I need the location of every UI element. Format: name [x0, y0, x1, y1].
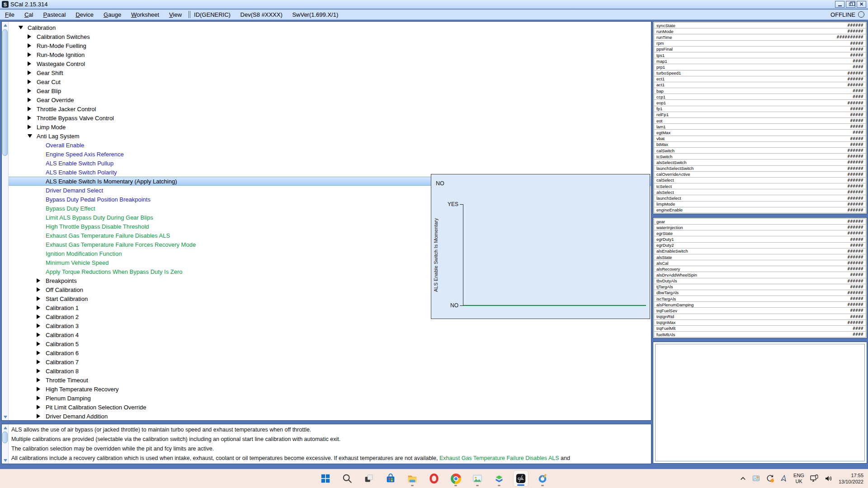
watch-row[interactable]: waterInjection ######: [654, 225, 866, 230]
paint-button[interactable]: [535, 470, 550, 487]
watch-row[interactable]: fp1 #####: [654, 106, 866, 112]
watch-row[interactable]: egtMax ####: [654, 130, 866, 136]
watch-row[interactable]: egrState ######: [654, 230, 866, 236]
watch-row[interactable]: alsPlenumDamping ######: [654, 302, 866, 308]
watch-row[interactable]: vbat #####: [654, 136, 866, 142]
tree-expand-icon[interactable]: [37, 278, 46, 283]
tray-sync-icon[interactable]: [766, 474, 774, 483]
tree-expand-icon[interactable]: [37, 342, 46, 346]
volume-icon[interactable]: [824, 474, 833, 483]
description-scrollbar[interactable]: [2, 424, 9, 464]
watch-row[interactable]: trqFuelMlt ####: [654, 326, 866, 332]
watch-row[interactable]: limpMode ######: [654, 202, 866, 207]
tree-expand-icon[interactable]: [37, 360, 46, 364]
tree-item[interactable]: Overall Enable: [9, 141, 651, 150]
tree-expand-icon[interactable]: [37, 387, 46, 391]
tree-expand-icon[interactable]: [28, 116, 37, 120]
language-indicator[interactable]: ENG UK: [793, 473, 804, 484]
watch-row[interactable]: eot #####: [654, 118, 866, 124]
close-button[interactable]: ✕: [857, 1, 866, 8]
tree-item[interactable]: Throttle Jacker Control: [9, 104, 651, 113]
description-scrollbar-thumb[interactable]: [2, 432, 8, 443]
watch-row[interactable]: syncState ######: [654, 23, 866, 28]
restore-button[interactable]: [846, 1, 855, 8]
tree-expand-icon[interactable]: [37, 405, 46, 409]
tree-item[interactable]: Wastegate Control: [9, 59, 651, 68]
watch-row[interactable]: btMax #####: [654, 142, 866, 148]
watch-row[interactable]: tps1 #####: [654, 52, 866, 58]
minimize-button[interactable]: [835, 1, 844, 8]
tree-expand-icon[interactable]: [37, 378, 46, 382]
microsoft-store-button[interactable]: [383, 470, 398, 487]
menu-item[interactable]: Gauge: [99, 11, 126, 18]
tree-item[interactable]: Calibration 4: [9, 330, 651, 339]
watch-row[interactable]: ect1 ######: [654, 76, 866, 82]
menu-item[interactable]: Device: [71, 11, 99, 18]
tree-item[interactable]: Gear Override: [9, 95, 651, 104]
watch-row[interactable]: rpm #####: [654, 41, 866, 47]
scroll-up-icon[interactable]: [2, 22, 9, 28]
watch-row[interactable]: calSelect ######: [654, 178, 866, 183]
tree-scrollbar-thumb[interactable]: [2, 29, 8, 156]
watch-row[interactable]: launchSelectSwitch ######: [654, 166, 866, 172]
watch-row[interactable]: trqIgnMax ######: [654, 320, 866, 326]
watch-row[interactable]: tcSelect ######: [654, 183, 866, 189]
tree-item[interactable]: Plenum Damping: [9, 394, 651, 403]
tree-item[interactable]: Calibration 6: [9, 348, 651, 357]
tray-location-icon[interactable]: [780, 474, 788, 483]
tree-expand-icon[interactable]: [37, 351, 46, 355]
watch-row[interactable]: tbvDutyAls ######: [654, 278, 866, 284]
menu-item[interactable]: Worksheet: [126, 11, 164, 18]
watch-row[interactable]: alsCal ######: [654, 260, 866, 266]
tree-expand-icon[interactable]: [28, 70, 37, 75]
tree-item[interactable]: Calibration: [9, 23, 651, 32]
scroll-up-icon[interactable]: [2, 424, 9, 431]
tray-chevron-up-icon[interactable]: [739, 475, 747, 483]
start-button[interactable]: [318, 470, 333, 487]
watch-row[interactable]: relFp1 #####: [654, 112, 866, 118]
tree-expand-icon[interactable]: [37, 396, 46, 400]
watch-row[interactable]: fuelMltAls ####: [654, 332, 866, 337]
tree-item[interactable]: Gear Cut: [9, 77, 651, 86]
watch-row[interactable]: trqIgnRtd #####: [654, 314, 866, 320]
watch-row[interactable]: bap ####: [654, 88, 866, 94]
tree-item[interactable]: High Temperature Recovery: [9, 385, 651, 394]
tree-expand-icon[interactable]: [37, 287, 46, 292]
tree-expand-icon[interactable]: [28, 89, 37, 93]
tree-item[interactable]: Driver Demand Addition: [9, 412, 651, 421]
tree-expand-icon[interactable]: [28, 125, 37, 129]
watch-row[interactable]: trqFuelSev #####: [654, 308, 866, 314]
photos-button[interactable]: [470, 470, 485, 487]
scroll-down-icon[interactable]: [2, 457, 9, 464]
watch-row[interactable]: alsDrvAddWheelSpin #####: [654, 272, 866, 278]
watch-row[interactable]: egrDuty1 #####: [654, 236, 866, 242]
parameter-link[interactable]: Exhaust Gas Temperature Failure Disables…: [439, 455, 559, 461]
tree-item[interactable]: Calibration 3: [9, 321, 651, 330]
tree-item[interactable]: Run-Mode Ignition: [9, 50, 651, 59]
tree-expand-icon[interactable]: [37, 369, 46, 373]
menu-item[interactable]: Cal: [19, 11, 38, 18]
tree-item[interactable]: Pit Limit Calibration Selection Override: [9, 403, 651, 412]
watch-row[interactable]: dbwTargAls ######: [654, 290, 866, 296]
watch-row[interactable]: gear ######: [654, 219, 866, 225]
network-icon[interactable]: [810, 474, 819, 483]
tree-item[interactable]: Engine Speed Axis Reference: [9, 150, 651, 159]
bluestacks-button[interactable]: [491, 470, 507, 487]
tree-item[interactable]: Throttle Timeout: [9, 375, 651, 385]
watch-row[interactable]: tjTargAls #####: [654, 284, 866, 290]
menu-item[interactable]: Pastecal: [38, 11, 71, 18]
tree-expand-icon[interactable]: [28, 107, 37, 111]
tree-expand-icon[interactable]: [37, 296, 46, 301]
tree-expand-icon[interactable]: [28, 98, 37, 102]
watch-row[interactable]: alsRecovery ######: [654, 266, 866, 272]
opera-button[interactable]: [426, 470, 442, 487]
watch-row[interactable]: ppsFinal #####: [654, 47, 866, 52]
watch-row[interactable]: alsEnableSwitch ######: [654, 249, 866, 254]
tree-item[interactable]: Run-Mode Fuelling: [9, 41, 651, 50]
tree-item[interactable]: Calibration Switches: [9, 32, 651, 41]
menu-item[interactable]: View: [164, 11, 187, 18]
watch-row[interactable]: act1 ######: [654, 82, 866, 88]
taskbar-search-button[interactable]: [340, 470, 355, 487]
tray-photos-icon[interactable]: [752, 474, 760, 483]
tree-expand-icon[interactable]: [37, 324, 46, 328]
